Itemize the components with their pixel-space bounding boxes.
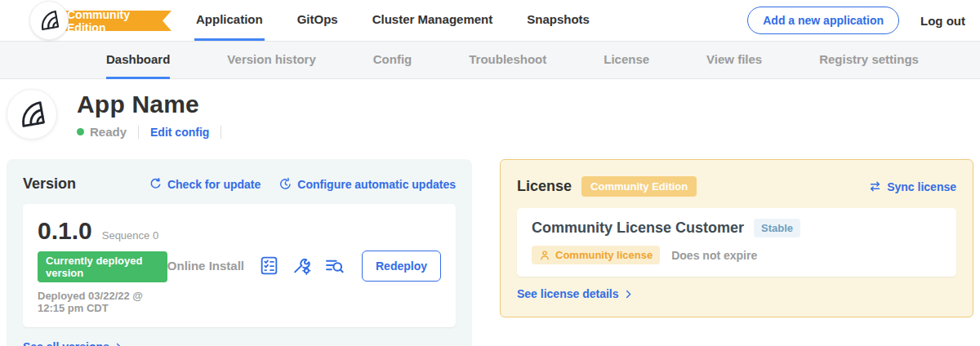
community-edition-label: Community Edition [67, 8, 150, 34]
nav-gitops[interactable]: GitOps [296, 0, 340, 41]
primary-nav: Application GitOps Cluster Management Sn… [194, 0, 591, 41]
license-card-title: License [517, 178, 572, 195]
version-actions: Online Install Redeploy [167, 251, 441, 282]
chevron-right-icon [114, 342, 124, 346]
dashboard-cards: Version Check for update Configure autom… [7, 159, 980, 346]
redeploy-button[interactable]: Redeploy [362, 251, 441, 282]
tab-registry-settings-label: Registry settings [819, 52, 919, 66]
nav-snapshots[interactable]: Snapshots [525, 0, 591, 41]
sequence-label: Sequence 0 [102, 229, 158, 242]
currently-deployed-badge: Currently deployed version [38, 251, 167, 282]
tab-view-files-label: View files [706, 52, 762, 66]
tab-config[interactable]: Config [373, 42, 412, 79]
app-subnav: Dashboard Version history Config Trouble… [0, 41, 980, 79]
tab-config-label: Config [373, 52, 412, 66]
app-meta: App Name Ready Edit config [77, 89, 233, 140]
app-icon [7, 89, 57, 140]
status-dot-ready [77, 128, 84, 135]
license-type-label: Community license [555, 249, 653, 261]
configure-automatic-updates-link[interactable]: Configure automatic updates [278, 177, 456, 191]
app-status-row: Ready Edit config [77, 125, 233, 139]
schedule-update-icon [278, 177, 292, 191]
replicated-logo-icon [18, 100, 46, 128]
install-type-label: Online Install [167, 259, 244, 273]
customer-name: Community License Customer [532, 220, 744, 237]
check-for-update-label: Check for update [167, 178, 261, 191]
app-header: App Name Ready Edit config [0, 79, 980, 140]
edit-config-link[interactable]: Edit config [150, 126, 209, 139]
header-actions: Add a new application Log out [747, 0, 965, 41]
sync-license-link[interactable]: Sync license [868, 180, 956, 193]
tab-license[interactable]: License [604, 42, 649, 79]
sync-license-label: Sync license [887, 180, 956, 193]
version-number: 0.1.0 [38, 217, 92, 245]
sync-arrows-icon [868, 180, 882, 193]
tab-registry-settings[interactable]: Registry settings [819, 42, 919, 79]
version-card-title: Version [23, 175, 76, 193]
see-license-details-link[interactable]: See license details [517, 287, 956, 300]
nav-application[interactable]: Application [194, 0, 265, 41]
version-card-header: Version Check for update Configure autom… [23, 175, 456, 193]
nav-gitops-label: GitOps [297, 12, 338, 26]
person-icon [539, 250, 550, 261]
brand-logo-circle[interactable] [29, 1, 69, 40]
see-license-details-label: See license details [517, 287, 619, 300]
license-edition-badge: Community Edition [581, 176, 697, 197]
check-for-update-link[interactable]: Check for update [149, 177, 261, 191]
top-header: Community Edition Application GitOps Clu… [0, 0, 980, 41]
see-all-versions-link[interactable]: See all versions [23, 340, 456, 346]
deployed-timestamp: Deployed 03/22/22 @ 12:15 pm CDT [38, 290, 167, 314]
current-version-panel: 0.1.0 Sequence 0 Currently deployed vers… [23, 204, 456, 327]
tab-troubleshoot-label: Troubleshoot [469, 52, 546, 66]
tab-dashboard-label: Dashboard [106, 52, 170, 66]
license-card-header: License Community Edition Sync license [517, 176, 956, 197]
license-type-badge: Community license [532, 246, 660, 264]
tab-view-files[interactable]: View files [706, 42, 762, 79]
nav-application-label: Application [196, 12, 263, 26]
add-new-application-button[interactable]: Add a new application [747, 7, 899, 34]
license-details-panel: Community License Customer Stable Commun… [517, 208, 956, 277]
tab-version-history-label: Version history [227, 52, 315, 66]
tab-troubleshoot[interactable]: Troubleshoot [469, 42, 546, 79]
nav-cluster-management[interactable]: Cluster Management [371, 0, 495, 41]
app-name-title: App Name [77, 91, 233, 118]
file-diff-search-icon[interactable] [324, 255, 345, 277]
logout-button[interactable]: Log out [920, 14, 965, 28]
expiry-label: Does not expire [671, 249, 757, 262]
refresh-icon [149, 177, 163, 191]
see-all-versions-label: See all versions [23, 340, 109, 346]
nav-snapshots-label: Snapshots [527, 12, 590, 26]
version-info: 0.1.0 Sequence 0 Currently deployed vers… [38, 217, 167, 314]
config-wrench-gear-icon[interactable] [292, 255, 313, 277]
tab-version-history[interactable]: Version history [227, 42, 315, 79]
status-label: Ready [90, 125, 127, 139]
brand: Community Edition [0, 0, 172, 41]
tab-dashboard[interactable]: Dashboard [106, 42, 170, 79]
version-card: Version Check for update Configure autom… [7, 159, 472, 346]
license-card: License Community Edition Sync license C… [500, 159, 973, 317]
configure-automatic-updates-label: Configure automatic updates [297, 178, 456, 191]
divider [138, 126, 139, 139]
replicated-logo-icon [38, 10, 60, 31]
chevron-right-icon [623, 289, 634, 299]
nav-cluster-management-label: Cluster Management [372, 12, 493, 26]
channel-badge: Stable [754, 219, 800, 237]
divider [220, 126, 221, 139]
tab-license-label: License [604, 52, 649, 66]
preflight-checklist-icon[interactable] [259, 255, 280, 277]
